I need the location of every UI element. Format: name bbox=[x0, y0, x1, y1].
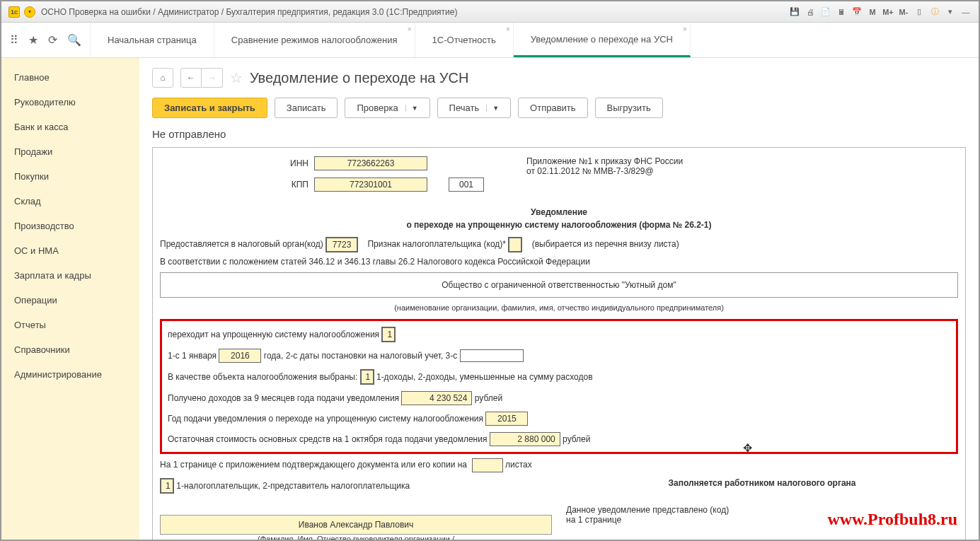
calendar-icon[interactable]: 📅 bbox=[851, 6, 863, 18]
residual-field[interactable]: 2 880 000 bbox=[490, 432, 560, 446]
org-hint: (наименование организации, фамилия, имя,… bbox=[160, 303, 958, 312]
chevron-down-icon[interactable]: ▼ bbox=[405, 105, 418, 112]
inn-field[interactable]: 7723662263 bbox=[314, 156, 427, 170]
sidebar-item-catalogs[interactable]: Справочники bbox=[1, 337, 139, 362]
sidebar-item-warehouse[interactable]: Склад bbox=[1, 189, 139, 214]
content: ⌂ ← → ☆ Уведомление о переходе на УСН За… bbox=[139, 58, 979, 540]
print-button[interactable]: Печать▼ bbox=[437, 98, 512, 118]
taxpayer-sign-label: Признак налогоплательщика (код)* bbox=[367, 239, 506, 249]
m-minus-button[interactable]: M- bbox=[898, 6, 909, 18]
titlebar: 1c ▾ ОСНО Проверка на ошибки / Администр… bbox=[1, 1, 979, 23]
repr-text: 1-налогоплательщик, 2-представитель нало… bbox=[176, 481, 410, 491]
pages-field[interactable] bbox=[472, 458, 503, 472]
check-button[interactable]: Проверка▼ bbox=[345, 98, 430, 118]
more-icon[interactable]: ▾ bbox=[945, 6, 956, 18]
pages-suffix: листах bbox=[505, 460, 532, 470]
doc-subtitle: о переходе на упрощенную систему налогоо… bbox=[160, 220, 958, 230]
sidebar-item-admin[interactable]: Администрирование bbox=[1, 362, 139, 387]
pages-prefix: На 1 странице с приложением подтверждающ… bbox=[160, 460, 467, 470]
income-suffix: рублей bbox=[475, 393, 502, 403]
kpp-label: КПП bbox=[280, 180, 309, 190]
tax-office-code-field[interactable]: 7723 bbox=[325, 237, 358, 252]
tab-label: 1С-Отчетность bbox=[432, 35, 496, 45]
repr-name-field[interactable]: Иванов Александр Павлович bbox=[160, 515, 552, 535]
form-area: ИНН 7723662263 КПП 772301001 001 Приложе… bbox=[152, 147, 966, 540]
close-icon[interactable]: × bbox=[683, 25, 687, 33]
object-prefix: В качестве объекта налогообложения выбра… bbox=[168, 372, 357, 382]
inn-label: ИНН bbox=[280, 158, 309, 168]
sidebar-item-purchases[interactable]: Покупки bbox=[1, 164, 139, 189]
sidebar-item-assets[interactable]: ОС и НМА bbox=[1, 238, 139, 263]
repr-code-field[interactable]: 1 bbox=[160, 478, 174, 494]
year-field[interactable]: 2016 bbox=[219, 349, 261, 363]
tab-1c-reporting[interactable]: 1С-Отчетность × bbox=[415, 23, 514, 57]
close-icon[interactable]: × bbox=[506, 25, 510, 33]
tab-start-page[interactable]: Начальная страница bbox=[91, 23, 214, 57]
residual-suffix: рублей bbox=[563, 434, 590, 444]
m-button[interactable]: M bbox=[867, 6, 878, 18]
save-close-button[interactable]: Записать и закрыть bbox=[152, 98, 267, 118]
sidebar-item-production[interactable]: Производство bbox=[1, 214, 139, 238]
highlight-section: переходит на упрощенную систему налогооб… bbox=[160, 319, 958, 454]
minimize-icon[interactable]: — bbox=[960, 6, 972, 18]
org-name-box[interactable]: Общество с ограниченной ответственностью… bbox=[160, 272, 958, 298]
forward-button[interactable]: → bbox=[202, 68, 223, 88]
tab-compare-modes[interactable]: Сравнение режимов налогообложения × bbox=[214, 23, 415, 57]
doc-title: Уведомление bbox=[160, 207, 958, 217]
income-field[interactable]: 4 230 524 bbox=[401, 391, 472, 405]
filled-by-title: Заполняется работником налогового органа bbox=[566, 478, 958, 488]
sidebar: Главное Руководителю Банк и касса Продаж… bbox=[1, 58, 139, 540]
chevron-down-icon[interactable]: ▼ bbox=[486, 105, 499, 112]
residual-prefix: Остаточная стоимость основных средств на… bbox=[168, 434, 487, 444]
search-icon[interactable]: 🔍 bbox=[67, 33, 81, 47]
accordance-text: В соответствии с положением статей 346.1… bbox=[160, 257, 958, 267]
switch-label: переходит на упрощенную систему налогооб… bbox=[168, 330, 379, 339]
taxpayer-sign-field[interactable] bbox=[508, 237, 522, 252]
doc-icon[interactable]: 📄 bbox=[820, 6, 831, 18]
apps-icon[interactable]: ⠿ bbox=[10, 33, 18, 47]
calc-icon[interactable]: 🖩 bbox=[836, 6, 847, 18]
export-button[interactable]: Выгрузить bbox=[595, 98, 663, 118]
history-icon[interactable]: ⟳ bbox=[48, 33, 57, 47]
info-icon[interactable]: ⓘ bbox=[929, 6, 940, 18]
panel-icon[interactable]: ▯ bbox=[913, 6, 925, 18]
sidebar-item-main[interactable]: Главное bbox=[1, 65, 139, 90]
save-icon[interactable]: 💾 bbox=[789, 6, 800, 18]
m-plus-button[interactable]: M+ bbox=[882, 6, 894, 18]
notif-year-field[interactable]: 2015 bbox=[485, 412, 528, 426]
option3-field[interactable] bbox=[460, 349, 524, 362]
send-button[interactable]: Отправить bbox=[518, 98, 587, 118]
content-header: ⌂ ← → ☆ Уведомление о переходе на УСН bbox=[139, 58, 979, 98]
date-prefix: 1-с 1 января bbox=[168, 351, 217, 361]
sidebar-item-reports[interactable]: Отчеты bbox=[1, 313, 139, 337]
object-code-field[interactable]: 1 bbox=[360, 369, 374, 385]
notif-year-prefix: Год подачи уведомления о переходе на упр… bbox=[168, 414, 483, 424]
close-icon[interactable]: × bbox=[408, 25, 412, 33]
switch-code-field[interactable]: 1 bbox=[381, 327, 396, 342]
watermark: www.Profbuh8.ru bbox=[827, 510, 957, 529]
save-button[interactable]: Записать bbox=[275, 98, 338, 118]
dropdown-icon[interactable]: ▾ bbox=[24, 6, 35, 18]
submit-label: Предоставляется в налоговый орган(код) bbox=[160, 239, 323, 249]
tab-usn-notification[interactable]: Уведомление о переходе на УСН × bbox=[514, 23, 691, 57]
page-code-field: 001 bbox=[449, 178, 484, 192]
kpp-field[interactable]: 772301001 bbox=[314, 178, 427, 192]
object-suffix: 1-доходы, 2-доходы, уменьшенные на сумму… bbox=[376, 372, 593, 382]
tab-label: Начальная страница bbox=[108, 35, 197, 45]
sidebar-item-manager[interactable]: Руководителю bbox=[1, 90, 139, 115]
tabs-row: ⠿ ★ ⟳ 🔍 Начальная страница Сравнение реж… bbox=[1, 23, 979, 58]
titlebar-tools: 💾 🖨 📄 🖩 📅 M M+ M- ▯ ⓘ ▾ — bbox=[789, 6, 972, 18]
star-icon[interactable]: ★ bbox=[28, 33, 38, 47]
toolbar: Записать и закрыть Записать Проверка▼ Пе… bbox=[139, 98, 979, 128]
print-icon[interactable]: 🖨 bbox=[805, 6, 816, 18]
sidebar-item-salary[interactable]: Зарплата и кадры bbox=[1, 263, 139, 288]
sidebar-item-bank[interactable]: Банк и касса bbox=[1, 115, 139, 139]
sidebar-item-operations[interactable]: Операции bbox=[1, 288, 139, 313]
tab-label: Сравнение режимов налогообложения bbox=[231, 35, 398, 45]
sidebar-item-sales[interactable]: Продажи bbox=[1, 139, 139, 164]
app-icon: 1c bbox=[8, 6, 20, 18]
taxpayer-sign-hint: (выбирается из перечня внизу листа) bbox=[532, 239, 679, 249]
back-button[interactable]: ← bbox=[180, 68, 202, 88]
favorite-icon[interactable]: ☆ bbox=[230, 69, 243, 86]
home-button[interactable]: ⌂ bbox=[152, 68, 173, 88]
